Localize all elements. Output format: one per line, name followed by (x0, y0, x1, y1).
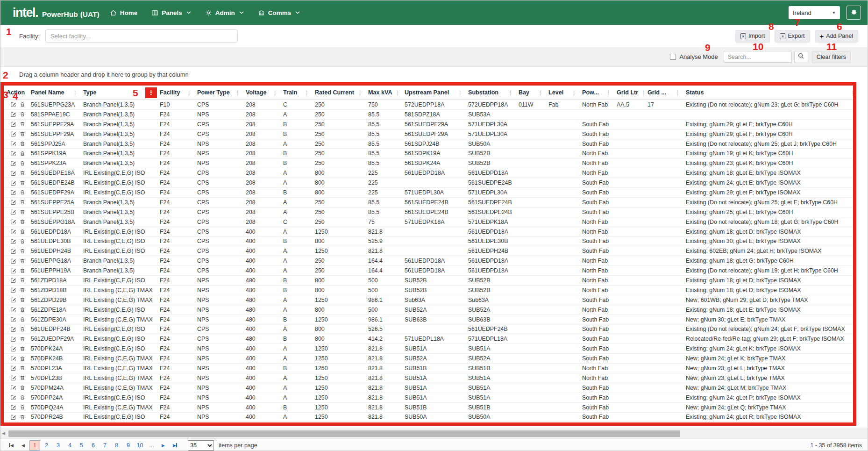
page-button-3[interactable]: 3 (53, 440, 64, 451)
delete-icon[interactable] (20, 385, 25, 391)
column-header-label[interactable]: Panel Name (31, 89, 64, 96)
delete-icon[interactable] (20, 375, 25, 381)
table-row[interactable]: 561UEDPH24BIRL Existing(C,E,G) ISOF24CPS… (4, 246, 853, 256)
column-header-label[interactable]: Type (83, 89, 96, 96)
delete-icon[interactable] (20, 170, 25, 176)
delete-icon[interactable] (20, 180, 25, 186)
delete-icon[interactable] (20, 121, 25, 127)
edit-icon[interactable] (10, 385, 16, 391)
pager-ellipsis[interactable]: ... (146, 440, 157, 451)
page-button-1[interactable]: 1 (29, 440, 40, 451)
column-menu-icon[interactable]: ⋮ (301, 90, 312, 96)
table-row[interactable]: 561ZDPE18AIRL Existing(C,E,G) ISOF24NPS4… (4, 305, 853, 315)
delete-icon[interactable] (20, 268, 25, 274)
edit-icon[interactable] (10, 346, 16, 352)
column-menu-icon[interactable]: ⋮ (638, 90, 645, 96)
table-row[interactable]: 561UEDPE30BIRL Existing(C,E,G) ISOF24CPS… (4, 236, 853, 246)
edit-icon[interactable] (10, 268, 16, 274)
table-row[interactable]: 561SUEPPE25ABranch Panel(1,3,5)F24CPS208… (4, 198, 853, 208)
nav-item-panels[interactable]: Panels (151, 9, 191, 16)
table-row[interactable]: 581SPPAE19CBranch Panel(1,3,5)F24NPS208A… (4, 110, 853, 120)
column-menu-icon[interactable]: ⋮ (603, 90, 614, 96)
table-row[interactable]: 570DPL23BIRL Existing (C,E,G) TMAXF24NPS… (4, 373, 853, 383)
delete-icon[interactable] (20, 307, 25, 313)
table-row[interactable]: 561SUEDPF29AIRL Existing(C,E,G) ISOF24CP… (4, 188, 853, 198)
page-button-9[interactable]: 9 (123, 440, 134, 451)
next-page-button[interactable]: ▶ (158, 440, 169, 451)
column-menu-icon[interactable]: ⋮ (270, 90, 280, 96)
table-row[interactable]: 561SUEDPE24BIRL Existing(C,E,G) ISOF24CP… (4, 178, 853, 188)
column-header-label[interactable]: Voltage (246, 89, 267, 96)
edit-icon[interactable] (10, 356, 16, 362)
column-header-label[interactable]: Power Type (197, 89, 230, 96)
edit-icon[interactable] (10, 375, 16, 381)
delete-icon[interactable] (20, 209, 25, 215)
nav-item-admin[interactable]: Admin (205, 9, 244, 16)
table-row[interactable]: 561SPPK23ABranch Panel(1,3,5)F24NPS208B2… (4, 158, 853, 168)
delete-icon[interactable] (20, 238, 25, 244)
table-row[interactable]: 561UEPPH19ABranch Panel(1,3,5)F24CPS400A… (4, 266, 853, 276)
delete-icon[interactable] (20, 414, 25, 420)
table-row[interactable]: 561ZDPD18AIRL Existing(C,E,G) ISOF24NPS4… (4, 276, 853, 286)
column-menu-icon[interactable]: ⋮ (455, 90, 465, 96)
edit-icon[interactable] (10, 258, 16, 264)
edit-icon[interactable] (10, 394, 16, 401)
edit-icon[interactable] (10, 170, 16, 176)
delete-icon[interactable] (20, 277, 25, 283)
edit-icon[interactable] (10, 189, 16, 195)
column-menu-icon[interactable]: ⋮ (145, 87, 157, 98)
column-header-label[interactable]: Upstream Panel (405, 89, 449, 96)
edit-icon[interactable] (10, 219, 16, 225)
page-button-6[interactable]: 6 (88, 440, 99, 451)
table-row[interactable]: 570DPK24BIRL Existing (C,E,G) TMAXF24NPS… (4, 354, 853, 364)
previous-page-button[interactable]: ◀ (18, 440, 28, 451)
column-header-label[interactable]: Status (686, 89, 704, 96)
last-page-button[interactable]: ▶ (170, 440, 180, 451)
column-header-label[interactable]: Facility (160, 89, 180, 96)
table-row[interactable]: 561UEDPD18AIRL Existing(C,E,G) ISOF24CPS… (4, 227, 853, 237)
page-button-2[interactable]: 2 (41, 440, 52, 451)
table-row[interactable]: 561ZDPD29BIRL Existing (C,E,G) TMAXF24NP… (4, 295, 853, 305)
edit-icon[interactable] (10, 199, 16, 205)
delete-icon[interactable] (20, 316, 25, 322)
analyse-mode-checkbox[interactable] (670, 54, 676, 60)
column-header-label[interactable]: Grid ... (647, 89, 666, 96)
page-button-10[interactable]: 10 (135, 440, 145, 451)
first-page-button[interactable]: ◀ (6, 440, 17, 451)
delete-icon[interactable] (20, 258, 25, 264)
column-header-label[interactable]: Pow... (582, 89, 599, 96)
edit-icon[interactable] (10, 336, 16, 342)
delete-icon[interactable] (20, 131, 25, 137)
page-button-7[interactable]: 7 (100, 440, 110, 451)
table-row[interactable]: 570DPR24BIRL Existing(C,E,G) ISOF24NPS40… (4, 413, 853, 422)
edit-icon[interactable] (10, 209, 16, 215)
table-row[interactable]: 570DPK24AIRL Existing(C,E,G) ISOF24NPS40… (4, 344, 853, 354)
column-header-label[interactable]: Bay (519, 89, 529, 96)
facility-select-input[interactable] (45, 29, 238, 43)
column-menu-icon[interactable]: ⋮ (70, 90, 80, 96)
delete-icon[interactable] (20, 297, 25, 303)
export-button[interactable]: x Export (775, 30, 810, 43)
import-button[interactable]: x Import (735, 30, 770, 43)
table-row[interactable]: 561SUEPPG18ABranch Panel(1,3,5)F24CPS208… (4, 217, 853, 227)
table-row[interactable]: 561ZDPE30AIRL Existing (C,E,G) TMAXF24NP… (4, 315, 853, 325)
delete-icon[interactable] (20, 394, 25, 401)
edit-icon[interactable] (10, 111, 16, 117)
table-row[interactable]: 570DPM24AIRL Existing (C,E,G) TMAXF24NPS… (4, 383, 853, 393)
delete-icon[interactable] (20, 141, 25, 147)
edit-icon[interactable] (10, 316, 16, 322)
delete-icon[interactable] (20, 346, 25, 352)
delete-icon[interactable] (20, 404, 25, 410)
table-row[interactable]: 561UEPPG18ABranch Panel(1,3,5)F24CPS400A… (4, 256, 853, 266)
edit-icon[interactable] (10, 277, 16, 283)
scroll-left-arrow-icon[interactable]: ◀ (2, 431, 5, 436)
edit-icon[interactable] (10, 307, 16, 313)
column-header-label[interactable]: Substation (468, 89, 498, 96)
table-row[interactable]: 561SUEPPF29ABranch Panel(1,3,5)F24CPS208… (4, 129, 853, 139)
delete-icon[interactable] (20, 199, 25, 205)
edit-icon[interactable] (10, 297, 16, 303)
page-button-5[interactable]: 5 (76, 440, 87, 451)
column-header-label[interactable]: Level (548, 89, 563, 96)
column-menu-icon[interactable]: ⋮ (535, 90, 546, 96)
delete-icon[interactable] (20, 229, 25, 235)
